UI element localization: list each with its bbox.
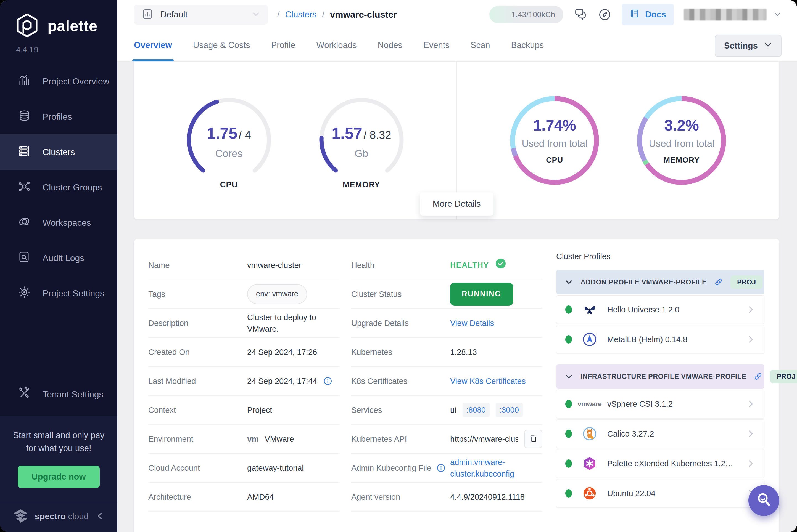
detail-row-context: Context Project — [148, 396, 340, 425]
profile-item-hello-universe[interactable]: Hello Universe 1.2.0 — [556, 295, 764, 324]
top-bar: Default / Clusters / vmware-cluster 1.43… — [117, 0, 797, 29]
status-dot — [565, 459, 572, 468]
sidebar-item-audit-logs[interactable]: Audit Logs — [0, 240, 117, 276]
sidebar-footer: spectro cloud — [0, 502, 117, 532]
sidebar-item-label: Clusters — [42, 147, 75, 157]
memory-gauge: 1.57 / 8.32 Gb MEMORY — [312, 94, 411, 187]
chevron-right-icon — [746, 399, 755, 408]
sidebar-item-clusters[interactable]: Clusters — [0, 134, 117, 170]
cpu-gauge-label: CPU — [179, 180, 279, 189]
info-icon[interactable] — [436, 463, 446, 473]
kubernetes-api-url: https://vmware-clus... — [450, 433, 518, 445]
link-icon — [754, 372, 763, 381]
cluster-profiles-title: Cluster Profiles — [556, 252, 764, 261]
memory-caption: Used from total — [649, 138, 714, 149]
sidebar-item-cluster-groups[interactable]: Cluster Groups — [0, 170, 117, 205]
app-frame: palette 4.4.19 Project Overview — [0, 0, 797, 532]
sidebar-item-profiles[interactable]: Profiles — [0, 99, 117, 134]
tab-usage-costs[interactable]: Usage & Costs — [193, 40, 250, 61]
info-icon[interactable] — [323, 376, 332, 386]
kubeconfig-download-link[interactable]: admin.vmware-cluster.kubeconfig — [450, 456, 533, 479]
detail-row-health: Health HEALTHY — [351, 251, 542, 280]
compass-icon[interactable] — [598, 7, 612, 22]
view-details-link[interactable]: View Details — [450, 317, 494, 329]
chevron-right-icon — [746, 305, 755, 314]
profile-group-title: ADDON PROFILE VMWARE-PROFILE — [580, 278, 707, 286]
profile-item-palette-extended-kubernetes[interactable]: Palette eXtended Kubernetes 1.28.13 — [556, 449, 764, 478]
project-overview-icon — [18, 74, 31, 89]
breadcrumb-separator: / — [322, 10, 325, 20]
memory-percent: 3.2% — [665, 116, 699, 134]
sidebar-item-project-overview[interactable]: Project Overview — [0, 64, 117, 99]
pxk-icon — [581, 456, 598, 471]
upgrade-now-button[interactable]: Upgrade now — [18, 466, 99, 488]
docs-button[interactable]: Docs — [622, 4, 674, 25]
tab-backups[interactable]: Backups — [511, 40, 544, 61]
sidebar-collapse-icon[interactable] — [95, 511, 105, 522]
cluster-details-card: Name vmware-cluster Tags env: vmware Des… — [134, 239, 779, 532]
cpu-gauge-value: 1.75 / 4 Cores — [179, 124, 279, 159]
search-fab-button[interactable] — [748, 485, 779, 516]
profile-item-vsphere-csi[interactable]: vmware vSphere CSI 3.1.2 — [556, 390, 764, 418]
project-selector[interactable]: Default — [134, 5, 268, 24]
breadcrumb: / Clusters / vmware-cluster — [277, 10, 397, 20]
cpu-used: 1.75 — [207, 125, 237, 142]
app-version: 4.4.19 — [0, 39, 117, 64]
tab-overview[interactable]: Overview — [134, 40, 172, 61]
profile-item-ubuntu[interactable]: Ubuntu 22.04 — [556, 479, 764, 508]
upgrade-promo: Start small and only pay for what you us… — [0, 416, 117, 502]
details-left-column: Name vmware-cluster Tags env: vmware Des… — [148, 251, 340, 532]
service-port-link[interactable]: :3000 — [496, 403, 523, 417]
health-status-text: HEALTHY — [450, 260, 489, 271]
metallb-icon — [581, 332, 598, 347]
view-k8s-certificates-link[interactable]: View K8s Certificates — [450, 375, 526, 387]
rings-panel: 1.74% Used from total CPU — [456, 61, 780, 220]
settings-button[interactable]: Settings — [715, 35, 781, 57]
link-icon — [714, 277, 723, 287]
vmware-icon: vmware — [581, 400, 598, 408]
footer-brand: spectro cloud — [35, 512, 89, 521]
footer-brand-light: cloud — [68, 512, 89, 521]
detail-row-admin-kubeconfig: Admin Kubeconfig File admin.vmware-clust… — [351, 454, 542, 482]
chat-bubbles-icon[interactable] — [573, 7, 588, 22]
tenant-settings-icon — [18, 386, 31, 402]
tab-profile[interactable]: Profile — [271, 40, 295, 61]
tab-workloads[interactable]: Workloads — [316, 40, 357, 61]
user-name-redacted — [684, 9, 767, 20]
profile-group-addon-header[interactable]: ADDON PROFILE VMWARE-PROFILE PROJ — [556, 270, 764, 294]
memory-unit: Gb — [312, 148, 411, 159]
chevron-down-icon — [252, 10, 260, 19]
profile-item-calico[interactable]: Calico 3.27.2 — [556, 419, 764, 448]
scope-badge: PROJ — [770, 370, 797, 383]
usage-quota-badge: 1.43/100kCh — [489, 6, 563, 23]
service-port-link[interactable]: :8080 — [463, 403, 490, 417]
cpu-total: / 4 — [239, 129, 251, 141]
sidebar-item-project-settings[interactable]: Project Settings — [0, 276, 117, 311]
detail-row-upgrade-details: Upgrade Details View Details — [351, 309, 542, 338]
ubuntu-icon — [581, 486, 598, 501]
breadcrumb-current: vmware-cluster — [330, 10, 397, 20]
details-middle-column: Health HEALTHY Cluster Status RUNNING Up… — [351, 251, 542, 532]
sidebar-item-label: Tenant Settings — [42, 390, 104, 400]
detail-row-kubernetes: Kubernetes 1.28.13 — [351, 338, 542, 367]
user-menu[interactable] — [684, 9, 781, 20]
tab-scan[interactable]: Scan — [471, 40, 490, 61]
sidebar-item-workspaces[interactable]: Workspaces — [0, 205, 117, 240]
sidebar-item-tenant-settings[interactable]: Tenant Settings — [0, 377, 117, 412]
copy-icon[interactable] — [524, 430, 542, 448]
chevron-down-icon — [764, 41, 772, 51]
detail-row-name: Name vmware-cluster — [148, 251, 340, 280]
chevron-down-icon — [564, 278, 573, 286]
status-badge: RUNNING — [450, 283, 513, 305]
detail-row-architecture: Architecture AMD64 — [148, 482, 340, 512]
profile-item-metallb[interactable]: MetalLB (Helm) 0.14.8 — [556, 325, 764, 354]
status-dot — [565, 400, 572, 408]
memory-gauge-label: MEMORY — [312, 180, 411, 189]
profile-group-title: INFRASTRUCTURE PROFILE VMWARE-PROFILE — [580, 373, 746, 381]
profile-group-infrastructure-header[interactable]: INFRASTRUCTURE PROFILE VMWARE-PROFILE PR… — [556, 364, 764, 388]
breadcrumb-clusters-link[interactable]: Clusters — [285, 10, 317, 20]
scope-badge: PROJ — [730, 276, 762, 289]
more-details-button[interactable]: More Details — [420, 192, 493, 215]
tab-nodes[interactable]: Nodes — [378, 40, 402, 61]
tab-events[interactable]: Events — [423, 40, 450, 61]
